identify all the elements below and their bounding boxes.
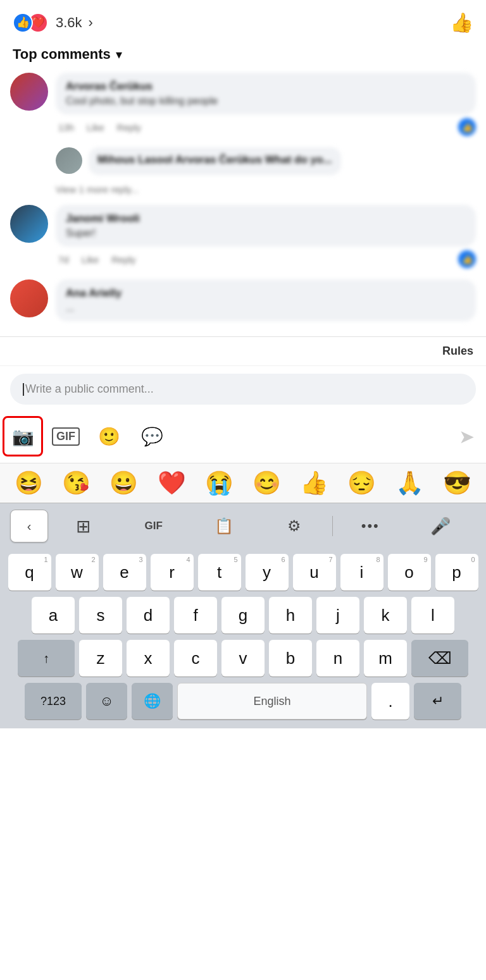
key-n[interactable]: n: [316, 640, 359, 677]
key-m[interactable]: m: [364, 640, 407, 677]
quick-emoji-sad[interactable]: 😔: [347, 470, 376, 496]
sticker-tool-button[interactable]: ⊞: [48, 510, 118, 542]
comments-area: Arvoras Čerūkus Cool photo, but stop kil…: [0, 73, 486, 325]
emoji-icon: 🙂: [98, 426, 120, 447]
reactions-left[interactable]: 👍 ❤️ 3.6k ›: [13, 13, 93, 33]
rules-bar: Rules: [0, 336, 486, 365]
key-h[interactable]: h: [269, 597, 312, 634]
comment-text: ...: [66, 302, 466, 314]
key-t[interactable]: 5t: [198, 554, 241, 591]
globe-key[interactable]: 🌐: [132, 683, 173, 720]
key-g[interactable]: g: [221, 597, 265, 634]
send-button[interactable]: ➤: [450, 419, 483, 454]
comment-text: Super!: [66, 228, 466, 239]
quick-emoji-happy[interactable]: 😊: [252, 470, 281, 496]
comment-reply-button[interactable]: Reply: [111, 254, 135, 265]
key-j[interactable]: j: [316, 597, 359, 634]
quick-emoji-thumbsup[interactable]: 👍: [300, 470, 328, 496]
comment-actions: 7d Like Reply 👍: [56, 250, 476, 268]
quick-emoji-smile[interactable]: 😀: [109, 470, 138, 496]
top-comments-label: Top comments: [13, 46, 111, 63]
key-b[interactable]: b: [269, 640, 312, 677]
top-comments-bar[interactable]: Top comments ▾: [0, 40, 486, 73]
nested-reply: Mihous Lasool Arvoras Čerūkus What do yo…: [56, 147, 476, 175]
key-y[interactable]: 6y: [246, 554, 289, 591]
quick-emoji-cry[interactable]: 😭: [205, 470, 234, 496]
delete-key[interactable]: ⌫: [411, 640, 468, 677]
key-i[interactable]: 8i: [340, 554, 383, 591]
sticker-button[interactable]: 💬: [132, 416, 172, 456]
text-cursor: [23, 383, 24, 396]
comment-like-button[interactable]: Like: [82, 254, 99, 265]
quick-emoji-pray[interactable]: 🙏: [396, 470, 424, 496]
key-u[interactable]: 7u: [293, 554, 336, 591]
comment-reaction-badge: 👍: [458, 118, 476, 136]
nested-avatar: [56, 147, 82, 174]
gif-button[interactable]: GIF: [46, 416, 86, 456]
comment-placeholder: Write a public comment...: [25, 383, 154, 396]
keyboard-back-button[interactable]: ‹: [10, 510, 48, 542]
mic-button[interactable]: 🎤: [406, 510, 476, 542]
key-x[interactable]: x: [127, 640, 170, 677]
more-tool-button[interactable]: •••: [335, 510, 406, 542]
keyboard-toolbar: ‹ ⊞ GIF 📋 ⚙ ••• 🎤: [0, 503, 486, 549]
key-e[interactable]: 3e: [103, 554, 146, 591]
gif-tool-button[interactable]: GIF: [118, 510, 189, 542]
period-key[interactable]: .: [371, 683, 409, 720]
comment-author-name: Janomi Wrooli: [66, 212, 466, 225]
key-v[interactable]: v: [221, 640, 265, 677]
nested-author-name: Mihous Lasool Arvoras Čerūkus What do yo…: [97, 154, 332, 166]
quick-emoji-heart[interactable]: ❤️: [158, 470, 186, 496]
view-more-replies[interactable]: View 1 more reply...: [56, 184, 476, 195]
settings-tool-button[interactable]: ⚙: [259, 510, 330, 542]
key-l[interactable]: l: [411, 597, 454, 634]
key-a[interactable]: a: [32, 597, 75, 634]
avatar: [10, 279, 48, 317]
avatar: [10, 73, 48, 111]
camera-button[interactable]: 📷: [3, 416, 43, 456]
space-key[interactable]: English: [177, 683, 367, 720]
top-comments-chevron-icon[interactable]: ▾: [116, 47, 122, 62]
quick-emoji-kiss[interactable]: 😘: [62, 470, 90, 496]
key-w[interactable]: 2w: [56, 554, 99, 591]
key-k[interactable]: k: [364, 597, 407, 634]
emoji-button[interactable]: 🙂: [89, 416, 129, 456]
key-s[interactable]: s: [79, 597, 122, 634]
special-key[interactable]: ?123: [25, 683, 82, 720]
nested-bubble: Mihous Lasool Arvoras Čerūkus What do yo…: [89, 147, 341, 175]
thumbs-up-button[interactable]: 👍: [450, 11, 473, 34]
return-key[interactable]: ↵: [414, 683, 461, 720]
reactions-bar: 👍 ❤️ 3.6k › 👍: [0, 0, 486, 40]
avatar: [10, 205, 48, 243]
keyboard-row-3: ↑ z x c v b n m ⌫: [3, 640, 483, 677]
quick-emoji-cool[interactable]: 😎: [443, 470, 471, 496]
key-d[interactable]: d: [127, 597, 170, 634]
key-c[interactable]: c: [174, 640, 217, 677]
comment-like-button[interactable]: Like: [87, 122, 104, 133]
quick-emoji-laughing[interactable]: 😆: [15, 470, 43, 496]
key-r[interactable]: 4r: [151, 554, 194, 591]
comment-block: Arvoras Čerūkus Cool photo, but stop kil…: [10, 73, 476, 136]
comment-toolbar: 📷 GIF 🙂 💬 ➤: [0, 410, 486, 463]
comment-body: Ana Arielly ...: [56, 279, 476, 325]
reaction-chevron-icon[interactable]: ›: [89, 15, 93, 31]
comment-input-field[interactable]: Write a public comment...: [10, 374, 476, 405]
key-z[interactable]: z: [79, 640, 122, 677]
clipboard-tool-button[interactable]: 📋: [189, 510, 259, 542]
reaction-count: 3.6k: [56, 15, 82, 31]
comment-actions: 13h Like Reply 👍: [56, 118, 476, 136]
key-p[interactable]: 0p: [435, 554, 478, 591]
key-f[interactable]: f: [174, 597, 217, 634]
comment-text: Cool photo, but stop killing people: [66, 95, 466, 107]
comment-author-name: Ana Arielly: [66, 287, 466, 300]
key-q[interactable]: 1q: [8, 554, 51, 591]
reaction-icons: 👍 ❤️: [13, 13, 48, 33]
key-o[interactable]: 9o: [388, 554, 431, 591]
comment-body: Janomi Wrooli Super! 7d Like Reply 👍: [56, 205, 476, 268]
rules-label[interactable]: Rules: [442, 345, 473, 358]
sticker-icon: 💬: [141, 426, 163, 447]
comment-bubble: Arvoras Čerūkus Cool photo, but stop kil…: [56, 73, 476, 114]
comment-reply-button[interactable]: Reply: [117, 122, 141, 133]
emoji-face-key[interactable]: ☺: [86, 683, 127, 720]
shift-key[interactable]: ↑: [18, 640, 75, 677]
